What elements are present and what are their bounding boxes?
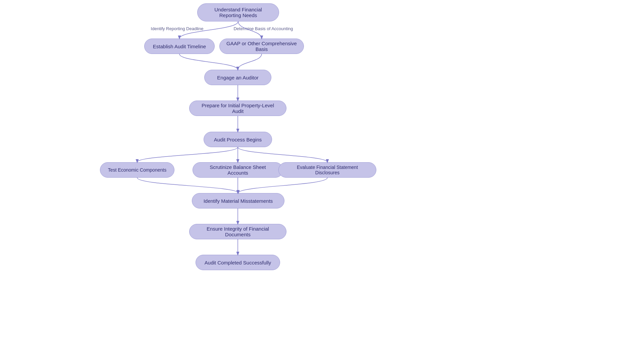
node-ensure: Ensure Integrity of Financial Documents: [189, 224, 286, 239]
node-identify: Identify Material Misstatements: [192, 193, 284, 208]
node-scrutinize: Scrutinize Balance Sheet Accounts: [193, 162, 283, 178]
arrows-svg: [0, 0, 644, 362]
node-audit-begins: Audit Process Begins: [204, 132, 272, 147]
label-determine-basis: Determine Basis of Accounting: [230, 26, 297, 31]
node-engage: Engage an Auditor: [204, 70, 271, 85]
node-evaluate: Evaluate Financial Statement Disclosures: [278, 162, 376, 178]
node-completed: Audit Completed Successfully: [196, 255, 280, 270]
flowchart-diagram: Understand Financial Reporting Needs Est…: [0, 0, 644, 362]
node-understand: Understand Financial Reporting Needs: [197, 3, 279, 21]
node-test-economic: Test Economic Components: [100, 162, 174, 178]
node-establish: Establish Audit Timeline: [144, 39, 215, 54]
label-identify-deadline: Identify Reporting Deadline: [147, 26, 207, 31]
node-gaap: GAAP or Other Comprehensive Basis: [219, 39, 304, 54]
node-prepare: Prepare for Initial Property-Level Audit: [189, 101, 286, 116]
